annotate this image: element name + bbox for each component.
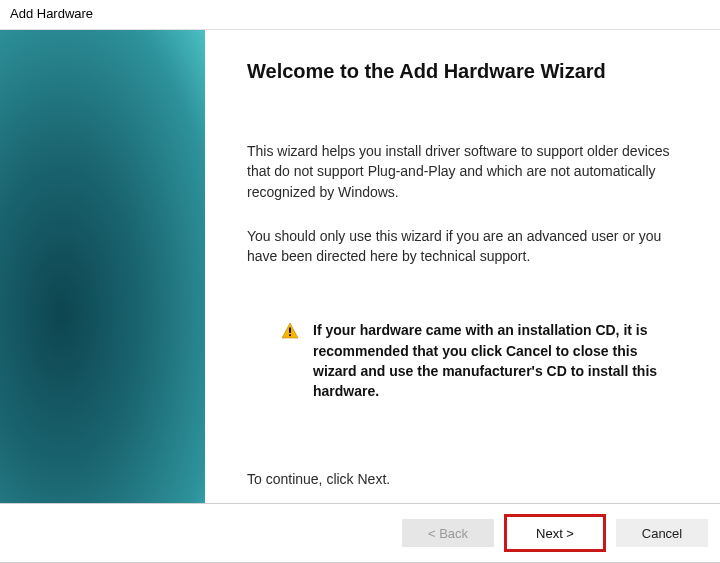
- main-panel: Welcome to the Add Hardware Wizard This …: [205, 30, 720, 503]
- side-graphic-panel: [0, 30, 205, 503]
- svg-rect-2: [289, 335, 291, 337]
- cancel-button[interactable]: Cancel: [616, 519, 708, 547]
- next-button[interactable]: Next >: [509, 519, 601, 547]
- intro-paragraph-1: This wizard helps you install driver sof…: [247, 141, 692, 202]
- wizard-footer: < Back Next > Cancel: [0, 503, 720, 563]
- back-button: < Back: [402, 519, 494, 547]
- warning-icon: [281, 322, 299, 344]
- continue-hint: To continue, click Next.: [247, 471, 692, 487]
- next-button-highlight: Next >: [504, 514, 606, 552]
- warning-block: If your hardware came with an installati…: [247, 320, 692, 401]
- wizard-window: Add Hardware Welcome to the Add Hardware…: [0, 0, 720, 563]
- warning-text: If your hardware came with an installati…: [313, 320, 684, 401]
- svg-rect-1: [289, 328, 291, 333]
- intro-paragraph-2: You should only use this wizard if you a…: [247, 226, 692, 267]
- content-area: Welcome to the Add Hardware Wizard This …: [0, 29, 720, 503]
- window-title: Add Hardware: [0, 0, 720, 29]
- wizard-heading: Welcome to the Add Hardware Wizard: [247, 60, 692, 83]
